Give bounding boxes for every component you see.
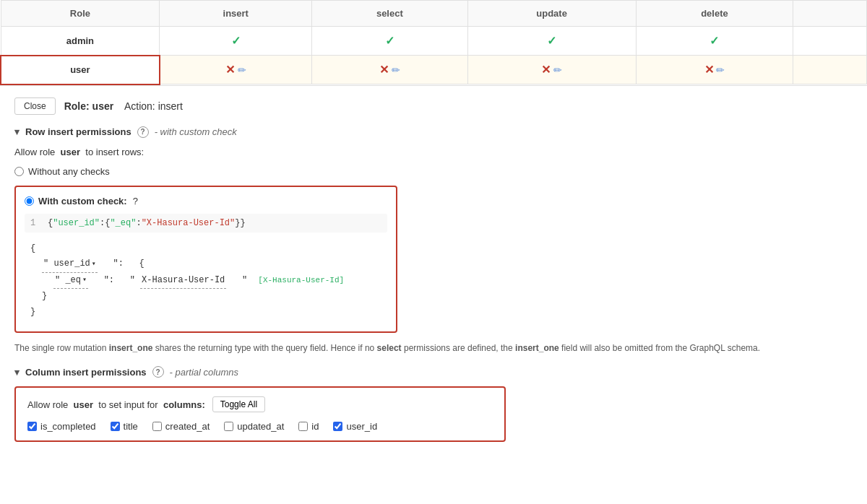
json-visual: { " user_id ▾ ": { " _eq ▾ ": " X-Hasura… <box>25 238 387 323</box>
field-dropdown[interactable]: " user_id ▾ <box>42 256 98 273</box>
cross-icon: ✕ <box>379 64 389 76</box>
perm-cell: ✕ ✏ <box>636 56 793 84</box>
edit-icon[interactable]: ✏ <box>238 64 246 76</box>
col-section-chevron[interactable]: ▾ <box>14 367 20 378</box>
checkbox-item[interactable]: user_id <box>333 421 377 432</box>
json-close-outer: } <box>30 305 381 321</box>
col-actions <box>793 1 867 27</box>
col-perm-header: Allow role user to set input for columns… <box>27 396 493 412</box>
cross-icon: ✕ <box>225 64 235 76</box>
role-cell: admin <box>1 27 160 56</box>
perm-cell: ✓ <box>467 27 636 56</box>
radio-custom-check[interactable]: With custom check: <box>25 196 127 207</box>
check-icon: ✓ <box>385 35 394 47</box>
column-checkbox[interactable] <box>298 422 308 431</box>
role-label: Role: user <box>64 100 113 112</box>
radio-no-check[interactable]: Without any checks <box>14 166 853 177</box>
col-insert: insert <box>160 1 312 27</box>
json-close-inner: } <box>42 289 381 305</box>
col-section-title: Column insert permissions <box>25 367 147 378</box>
column-label: created_at <box>165 421 210 432</box>
info-text: The single row mutation insert_one share… <box>14 342 809 355</box>
checkbox-row: is_completedtitlecreated_atupdated_atidu… <box>27 421 493 432</box>
perm-cell: ✕ ✏ <box>160 56 312 84</box>
column-checkbox[interactable] <box>27 422 37 431</box>
close-button[interactable]: Close <box>14 97 56 115</box>
row-permissions-header: ▾ Row insert permissions ? - with custom… <box>14 126 853 138</box>
json-field-row: " user_id ▾ ": { <box>42 256 381 273</box>
row-section-help-icon[interactable]: ? <box>137 126 149 138</box>
json-open: { <box>30 241 381 257</box>
radio-no-check-label: Without any checks <box>28 166 110 177</box>
check-icon: ✓ <box>231 35 241 47</box>
radio-no-check-input[interactable] <box>14 167 24 176</box>
edit-icon[interactable]: ✏ <box>553 64 562 76</box>
row-section-chevron[interactable]: ▾ <box>14 126 20 137</box>
edit-icon[interactable]: ✏ <box>392 64 400 76</box>
col-delete: delete <box>636 1 793 27</box>
column-label: user_id <box>346 421 377 432</box>
check-icon: ✓ <box>547 35 556 47</box>
radio-custom-check-input[interactable] <box>25 196 34 206</box>
code-text: {"user_id":{"_eq":"X-Hasura-User-Id"}} <box>48 218 246 228</box>
hasura-tag: [X-Hasura-User-Id] <box>258 276 344 284</box>
info-select: select <box>377 343 402 353</box>
column-checkbox[interactable] <box>152 422 162 431</box>
row-radio-group: Without any checks <box>14 166 853 177</box>
perm-cell: ✓ <box>160 27 312 56</box>
col-select: select <box>312 1 467 27</box>
column-label: updated_at <box>237 421 284 432</box>
row-allow-text: Allow role user to insert rows: <box>14 147 853 157</box>
col-section-subtitle: - partial columns <box>170 367 238 378</box>
row-section-title: Row insert permissions <box>25 126 131 137</box>
checkbox-item[interactable]: is_completed <box>27 421 96 432</box>
role-action-title: Role: user Action: insert <box>64 100 183 112</box>
action-label: Action: insert <box>124 100 183 112</box>
checkbox-item[interactable]: id <box>298 421 319 432</box>
eq-dropdown[interactable]: " _eq ▾ <box>53 273 88 290</box>
row-section-subtitle: - with custom check <box>155 126 237 137</box>
column-checkbox[interactable] <box>224 422 233 431</box>
info-insert-one: insert_one <box>109 343 153 353</box>
col-role: Role <box>1 1 160 27</box>
checkbox-item[interactable]: created_at <box>152 421 210 432</box>
cross-icon: ✕ <box>541 64 551 76</box>
checkbox-item[interactable]: title <box>111 421 138 432</box>
line-number: 1 <box>30 218 42 228</box>
detail-panel: Close Role: user Action: insert ▾ Row in… <box>0 85 867 454</box>
role-cell: user <box>1 56 160 84</box>
permissions-table: Role insert select update delete admin✓✓… <box>0 0 867 85</box>
extra-cell <box>793 56 867 84</box>
custom-check-help-icon[interactable]: ? <box>133 196 138 207</box>
json-eq-row: " _eq ▾ ": " X-Hasura-User-Id " [X-Hasur… <box>53 273 381 290</box>
radio-custom-check-label: With custom check: <box>38 196 127 207</box>
col-update: update <box>467 1 636 27</box>
column-permissions-header: ▾ Column insert permissions ? - partial … <box>14 366 853 378</box>
column-label: is_completed <box>40 421 96 432</box>
perm-cell: ✕ ✏ <box>312 56 467 84</box>
col-allow-text: Allow role user to set input for columns… <box>27 399 205 410</box>
custom-check-header: With custom check: ? <box>25 196 387 207</box>
cross-icon: ✕ <box>704 64 714 76</box>
close-action-bar: Close Role: user Action: insert <box>14 97 853 115</box>
code-line: 1 {"user_id":{"_eq":"X-Hasura-User-Id"}} <box>25 214 387 233</box>
custom-check-box: With custom check: ? 1 {"user_id":{"_eq"… <box>14 186 397 334</box>
column-checkbox[interactable] <box>111 422 120 431</box>
column-label: id <box>311 421 319 432</box>
info-insert-one2: insert_one <box>515 343 559 353</box>
perm-cell: ✓ <box>636 27 793 56</box>
column-label: title <box>124 421 138 432</box>
val-dropdown[interactable]: X-Hasura-User-Id <box>140 273 226 290</box>
extra-cell <box>793 27 867 56</box>
perm-cell: ✓ <box>312 27 467 56</box>
toggle-all-button[interactable]: Toggle All <box>212 396 265 412</box>
edit-icon[interactable]: ✏ <box>716 64 725 76</box>
col-section-help-icon[interactable]: ? <box>152 366 164 378</box>
column-checkbox[interactable] <box>333 422 342 431</box>
column-permissions-box: Allow role user to set input for columns… <box>14 386 506 442</box>
perm-cell: ✕ ✏ <box>467 56 636 84</box>
checkbox-item[interactable]: updated_at <box>224 421 284 432</box>
check-icon: ✓ <box>709 35 719 47</box>
